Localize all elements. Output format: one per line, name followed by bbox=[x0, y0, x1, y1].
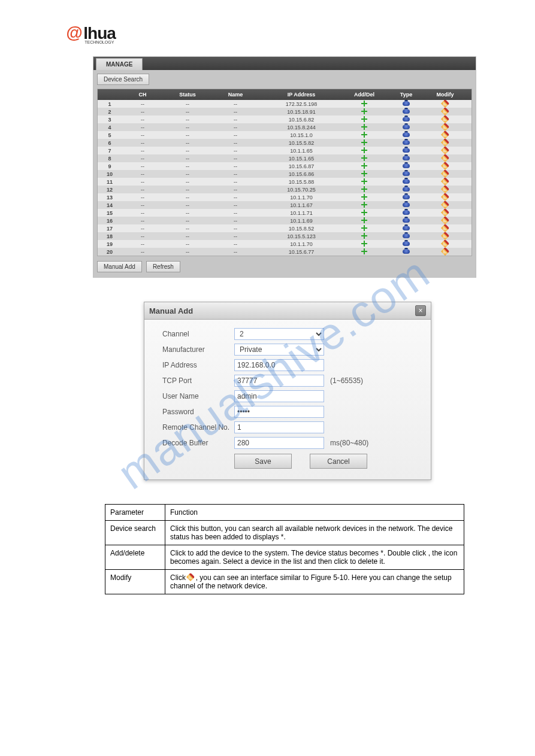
table-row[interactable]: 9------10.15.6.87 bbox=[98, 162, 471, 170]
modify-device-button[interactable] bbox=[427, 132, 463, 139]
table-row[interactable]: 19------10.1.1.70 bbox=[98, 240, 471, 248]
modify-device-button[interactable] bbox=[427, 233, 463, 240]
add-device-button[interactable] bbox=[343, 171, 385, 178]
table-row[interactable]: 2------10.15.18.91 bbox=[98, 108, 471, 116]
manual-add-button[interactable]: Manual Add bbox=[97, 261, 142, 272]
modify-device-button[interactable] bbox=[427, 225, 463, 232]
plus-icon bbox=[361, 163, 367, 169]
password-input[interactable] bbox=[234, 406, 324, 418]
modify-device-button[interactable] bbox=[427, 186, 463, 193]
table-row[interactable]: 11------10.15.5.88 bbox=[98, 178, 471, 186]
add-device-button[interactable] bbox=[343, 139, 385, 147]
close-icon[interactable]: × bbox=[415, 305, 426, 316]
plus-icon bbox=[361, 202, 367, 208]
table-row[interactable]: 6------10.15.5.82 bbox=[98, 139, 471, 147]
table-row[interactable]: 4------10.15.8.244 bbox=[98, 123, 471, 131]
grid-body-scroll[interactable]: 1------172.32.5.1982------10.15.18.913--… bbox=[98, 100, 471, 256]
add-device-button[interactable] bbox=[343, 147, 385, 154]
modify-device-button[interactable] bbox=[427, 241, 463, 248]
table-row[interactable]: 15------10.1.1.71 bbox=[98, 209, 471, 217]
table-row[interactable]: 14------10.1.1.67 bbox=[98, 201, 471, 209]
decodebuffer-input[interactable] bbox=[234, 437, 324, 449]
row-name: -- bbox=[211, 195, 259, 201]
row-type-icon bbox=[385, 226, 427, 232]
row-name: -- bbox=[211, 171, 259, 177]
add-device-button[interactable] bbox=[343, 132, 385, 139]
row-name: -- bbox=[211, 101, 259, 107]
row-type-icon bbox=[385, 210, 427, 216]
modify-device-button[interactable] bbox=[427, 178, 463, 186]
row-ip: 10.1.1.70 bbox=[259, 195, 343, 201]
modify-device-button[interactable] bbox=[427, 248, 463, 256]
modify-device-button[interactable] bbox=[427, 124, 463, 131]
table-row[interactable]: 10------10.15.6.86 bbox=[98, 170, 471, 178]
cancel-button[interactable]: Cancel bbox=[310, 454, 367, 469]
row-status: -- bbox=[164, 132, 211, 138]
add-device-button[interactable] bbox=[343, 108, 385, 116]
plus-icon bbox=[361, 108, 367, 114]
username-input[interactable] bbox=[234, 390, 324, 402]
table-row[interactable]: 13------10.1.1.70 bbox=[98, 193, 471, 201]
row-type-icon bbox=[385, 101, 427, 107]
manufacturer-select[interactable]: Private bbox=[234, 344, 324, 356]
add-device-button[interactable] bbox=[343, 217, 385, 224]
add-device-button[interactable] bbox=[343, 241, 385, 248]
add-device-button[interactable] bbox=[343, 155, 385, 162]
table-row[interactable]: 20------10.15.6.77 bbox=[98, 248, 471, 256]
table-row[interactable]: 16------10.1.1.69 bbox=[98, 217, 471, 224]
row-name: -- bbox=[211, 218, 259, 224]
table-row[interactable]: 5------10.15.1.0 bbox=[98, 131, 471, 139]
modify-device-button[interactable] bbox=[427, 101, 463, 108]
channel-select[interactable]: 2 bbox=[234, 328, 324, 340]
add-device-button[interactable] bbox=[343, 233, 385, 240]
add-device-button[interactable] bbox=[343, 248, 385, 256]
tcpport-input[interactable] bbox=[234, 375, 324, 387]
remotechannel-input[interactable] bbox=[234, 421, 324, 433]
save-button[interactable]: Save bbox=[234, 454, 292, 469]
modify-device-button[interactable] bbox=[427, 116, 463, 123]
table-row[interactable]: 8------10.15.1.65 bbox=[98, 154, 471, 162]
modify-device-button[interactable] bbox=[427, 163, 463, 170]
row-index: 18 bbox=[98, 233, 122, 239]
modify-device-button[interactable] bbox=[427, 139, 463, 147]
row-ch: -- bbox=[122, 163, 164, 169]
add-device-button[interactable] bbox=[343, 178, 385, 186]
refresh-button[interactable]: Refresh bbox=[146, 261, 180, 272]
modify-device-button[interactable] bbox=[427, 194, 463, 201]
decodebuffer-label: Decode Buffer bbox=[162, 439, 234, 447]
add-device-button[interactable] bbox=[343, 186, 385, 193]
add-device-button[interactable] bbox=[343, 225, 385, 232]
add-device-button[interactable] bbox=[343, 210, 385, 217]
add-device-button[interactable] bbox=[343, 101, 385, 108]
table-row[interactable]: 3------10.15.6.82 bbox=[98, 116, 471, 123]
table-row[interactable]: 18------10.15.5.123 bbox=[98, 232, 471, 240]
add-device-button[interactable] bbox=[343, 124, 385, 131]
modify-device-button[interactable] bbox=[427, 155, 463, 162]
modify-device-button[interactable] bbox=[427, 147, 463, 154]
modify-device-button[interactable] bbox=[427, 210, 463, 217]
row-name: -- bbox=[211, 233, 259, 239]
row-ip: 10.15.1.0 bbox=[259, 132, 343, 138]
modify-device-button[interactable] bbox=[427, 202, 463, 209]
modify-device-button[interactable] bbox=[427, 108, 463, 116]
tab-manage[interactable]: MANAGE bbox=[96, 58, 143, 70]
row-type-icon bbox=[385, 156, 427, 162]
table-row[interactable]: 7------10.1.1.65 bbox=[98, 147, 471, 154]
device-search-button[interactable]: Device Search bbox=[97, 74, 149, 85]
col-name-header: Name bbox=[211, 92, 259, 98]
table-row[interactable]: 12------10.15.70.25 bbox=[98, 186, 471, 193]
modify-device-button[interactable] bbox=[427, 171, 463, 178]
ipaddress-label: IP Address bbox=[162, 361, 234, 369]
add-device-button[interactable] bbox=[343, 202, 385, 209]
manage-panel: MANAGE Device Search CH Status Name IP A… bbox=[93, 56, 476, 278]
table-row[interactable]: 1------172.32.5.198 bbox=[98, 100, 471, 108]
row-name: -- bbox=[211, 187, 259, 193]
ipaddress-input[interactable] bbox=[234, 359, 324, 371]
add-device-button[interactable] bbox=[343, 163, 385, 170]
row-ip: 10.15.5.82 bbox=[259, 140, 343, 146]
table-row[interactable]: 17------10.15.8.52 bbox=[98, 224, 471, 232]
add-device-button[interactable] bbox=[343, 116, 385, 123]
modify-device-button[interactable] bbox=[427, 217, 463, 224]
add-device-button[interactable] bbox=[343, 194, 385, 201]
tcpport-hint: (1~65535) bbox=[330, 377, 363, 385]
